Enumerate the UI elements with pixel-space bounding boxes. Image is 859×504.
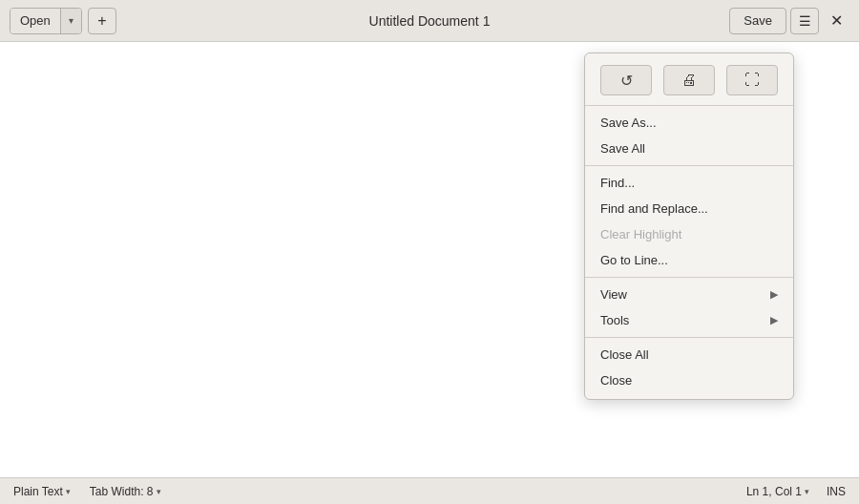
submenu-arrow-view: ▶ — [770, 288, 778, 301]
separator-3 — [585, 337, 793, 338]
tab-width-selector[interactable]: Tab Width: 8 ▾ — [90, 485, 161, 498]
dropdown-toolbar: ↺ 🖨 ⛶ — [585, 59, 793, 106]
tab-width-label: Tab Width: 8 — [90, 485, 154, 498]
reload-button[interactable]: ↺ — [600, 65, 652, 95]
menu-item-close-all[interactable]: Close All — [585, 342, 793, 368]
expand-button[interactable]: ⛶ — [726, 65, 778, 95]
header-right-controls: Save ☰ ✕ — [729, 8, 849, 34]
menu-item-close[interactable]: Close — [585, 368, 793, 393]
save-button[interactable]: Save — [729, 8, 786, 34]
submenu-arrow-tools: ▶ — [770, 314, 778, 326]
menu-item-view[interactable]: View ▶ — [585, 282, 793, 307]
menu-item-clear-highlight: Clear Highlight — [585, 221, 793, 247]
language-selector[interactable]: Plain Text ▾ — [13, 485, 71, 498]
close-button[interactable]: ✕ — [823, 8, 849, 34]
line-col-group: Ln 1, Col 1 ▾ INS — [746, 485, 846, 498]
menu-item-save-all[interactable]: Save All — [585, 136, 793, 161]
language-label: Plain Text — [13, 485, 63, 498]
new-document-button[interactable]: + — [88, 8, 116, 34]
print-button[interactable]: 🖨 — [663, 65, 715, 95]
ins-indicator: INS — [827, 485, 846, 498]
dropdown-menu: ↺ 🖨 ⛶ Save As... Save All Find... Find a… — [584, 52, 794, 400]
open-dropdown-arrow[interactable]: ▾ — [60, 9, 81, 33]
separator-2 — [585, 277, 793, 278]
language-arrow: ▾ — [66, 487, 71, 496]
menu-item-find-replace[interactable]: Find and Replace... — [585, 196, 793, 221]
menu-item-find[interactable]: Find... — [585, 170, 793, 196]
menu-item-save-as[interactable]: Save As... — [585, 110, 793, 136]
hamburger-menu-button[interactable]: ☰ — [790, 8, 819, 34]
position-label: Ln 1, Col 1 — [746, 485, 802, 498]
position-arrow: ▾ — [805, 487, 809, 496]
open-button-group[interactable]: Open ▾ — [10, 8, 82, 34]
titlebar: Open ▾ + Untitled Document 1 Save ☰ ✕ — [0, 0, 859, 42]
statusbar: Plain Text ▾ Tab Width: 8 ▾ Ln 1, Col 1 … — [0, 477, 859, 504]
menu-item-go-to-line[interactable]: Go to Line... — [585, 247, 793, 273]
document-title: Untitled Document 1 — [369, 13, 491, 29]
menu-item-tools[interactable]: Tools ▶ — [585, 307, 793, 333]
tab-width-arrow: ▾ — [157, 487, 161, 496]
separator-1 — [585, 165, 793, 166]
position-indicator[interactable]: Ln 1, Col 1 ▾ — [746, 485, 809, 498]
open-button[interactable]: Open — [10, 9, 60, 33]
